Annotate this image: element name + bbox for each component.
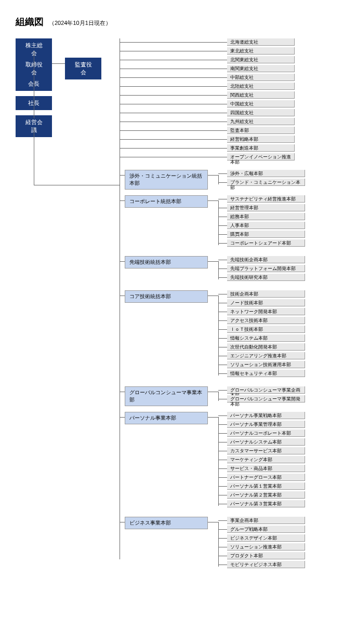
- hq1: 渉外・コミュニケーション統括本部: [125, 170, 208, 190]
- branch-4: 中部総支社: [227, 74, 295, 81]
- hq4: コア技術統括本部: [125, 290, 208, 303]
- hq6: パーソナル事業本部: [125, 412, 208, 424]
- hq6-5: マーケティング本部: [227, 456, 305, 463]
- as-of-date: （2024年10月1日現在）: [49, 19, 111, 27]
- hq4-5: 情報システム本部: [227, 334, 305, 342]
- hq2-3: 人事本部: [227, 222, 305, 229]
- hq4-1: ノード技術本部: [227, 299, 305, 306]
- hq2: コーポレート統括本部: [125, 195, 208, 208]
- branch-1: 東北総支社: [227, 47, 295, 55]
- board-of-auditors: 監査役会: [65, 58, 101, 79]
- hq6-10: パーソナル第３営業本部: [227, 500, 305, 507]
- branch-10: 監査本部: [227, 127, 295, 134]
- hq3-0: 先端技術企画本部: [227, 256, 305, 263]
- branch-2: 北関東総支社: [227, 56, 295, 63]
- hq6-9: パーソナル第２営業本部: [227, 491, 305, 499]
- hq4-2: ネットワーク開発本部: [227, 308, 305, 315]
- hq4-9: 情報セキュリティ本部: [227, 370, 305, 377]
- branch-3: 南関東総支社: [227, 65, 295, 72]
- hq2-2: 総務本部: [227, 213, 305, 220]
- hq4-8: ソリューション技術運用本部: [227, 361, 305, 368]
- branch-6: 関西総支社: [227, 91, 295, 99]
- branch-9: 九州総支社: [227, 118, 295, 125]
- hq2-0: サステナビリティ経営推進本部: [227, 195, 305, 203]
- hq4-7: エンジニアリング推進本部: [227, 352, 305, 359]
- branch-13: オープンイノベーション推進本部: [227, 153, 295, 160]
- branch-5: 北陸総支社: [227, 83, 295, 90]
- hq6-3: パーソナルシステム本部: [227, 438, 305, 446]
- hq3-2: 先端技術研究本部: [227, 274, 305, 281]
- hq6-7: パートナーグロース本部: [227, 474, 305, 481]
- hq6-8: パーソナル第１営業本部: [227, 482, 305, 490]
- hq6-1: パーソナル事業管理本部: [227, 421, 305, 428]
- hq2-5: コーポレートシェアード本部: [227, 239, 305, 247]
- page-title: 組織図: [16, 16, 44, 28]
- branch-0: 北海道総支社: [227, 38, 295, 46]
- hq4-6: 次世代自動化開発本部: [227, 343, 305, 351]
- hq7-5: モビリティビジネス本部: [227, 561, 305, 568]
- hq5-1: グローバルコンシューマ事業開発本部: [227, 395, 305, 403]
- hq1-1: ブランド・コミュニケーション本部: [227, 179, 305, 186]
- org-chart: 株主総会取締役会監査役会会長社長経営会議北海道総支社東北総支社北関東総支社南関東…: [16, 38, 327, 636]
- hq6-6: サービス・商品本部: [227, 465, 305, 472]
- hq7: ビジネス事業本部: [125, 517, 208, 529]
- hq7-2: ビジネスデザイン本部: [227, 534, 305, 542]
- hq5-0: グローバルコンシューマ事業企画本部: [227, 386, 305, 394]
- branch-7: 中国総支社: [227, 100, 295, 108]
- hq6-2: パーソナルコーポレート本部: [227, 430, 305, 437]
- hq4-4: ＩｏＴ技術本部: [227, 326, 305, 333]
- hq4-0: 技術企画本部: [227, 290, 305, 298]
- branch-11: 経営戦略本部: [227, 136, 295, 143]
- hq7-0: 事業企画本部: [227, 517, 305, 524]
- hq2-1: 経営管理本部: [227, 204, 305, 211]
- branch-8: 四国総支社: [227, 109, 295, 116]
- hq4-3: アクセス技術本部: [227, 317, 305, 324]
- hq6-0: パーソナル事業戦略本部: [227, 412, 305, 419]
- hq7-1: グループ戦略本部: [227, 526, 305, 533]
- hq1-0: 渉外・広報本部: [227, 170, 305, 177]
- hq6-4: カスタマーサービス本部: [227, 447, 305, 454]
- branch-12: 事業創造本部: [227, 144, 295, 152]
- hq7-3: ソリューション推進本部: [227, 543, 305, 551]
- hq5: グローバルコンシューマ事業本部: [125, 386, 208, 406]
- hq2-4: 購買本部: [227, 231, 305, 238]
- hq3-1: 先端プラットフォーム開発本部: [227, 265, 305, 272]
- hq7-4: プロダクト本部: [227, 552, 305, 559]
- hq3: 先端技術統括本部: [125, 256, 208, 269]
